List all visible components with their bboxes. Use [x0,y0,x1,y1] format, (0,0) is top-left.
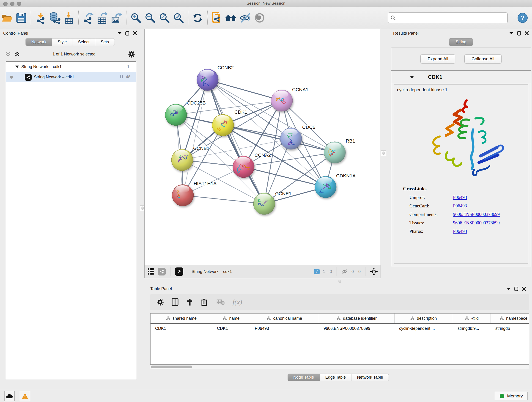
table-cell[interactable]: CDK1 [151,324,212,333]
tab-sets[interactable]: Sets [95,38,115,46]
network-node-CCNB2[interactable] [197,69,218,90]
string-view-icon[interactable] [158,268,166,275]
crosslink-link[interactable]: 9606.ENSP00000378699 [453,220,500,225]
hide-selected-button[interactable] [238,11,253,25]
network-node-CDK1[interactable] [212,114,234,136]
network-node-CCNA2[interactable] [233,156,254,178]
table-options-gear-icon[interactable] [157,298,164,306]
panel-close-icon[interactable] [525,31,529,35]
add-column-icon[interactable] [186,298,193,306]
column-header-name[interactable]: name [212,313,250,323]
birds-eye-view-icon[interactable] [147,268,155,275]
search-input[interactable] [398,15,505,20]
network-node-CDC25B[interactable] [165,104,187,126]
left-splitter[interactable] [140,29,144,390]
network-canvas[interactable]: CCNB2CCNA1CDC25BCDK1CDC6RB1CCNB1CCNA2CDK… [145,29,380,265]
network-collection-row[interactable]: String Network – cdk1 1 [6,62,136,72]
expand-all-button[interactable]: Expand All [420,54,455,64]
column-header-canonical-name[interactable]: canonical name [250,313,319,323]
column-header-shared-name[interactable]: shared name [151,313,212,323]
crosslink-link[interactable]: P06493 [453,195,467,200]
cloud-status-button[interactable] [4,391,15,401]
collapse-all-button[interactable]: Collapse All [464,54,501,64]
open-session-button[interactable] [0,11,14,25]
export-network-button[interactable] [81,11,95,25]
zoom-in-button[interactable] [129,11,143,25]
zoom-fit-button[interactable] [157,11,171,25]
help-button[interactable]: ? [515,11,530,25]
tab-select[interactable]: Select [72,38,95,46]
crosslink-link[interactable]: 9606.ENSP00000378699 [453,212,500,217]
table-horizontal-scrollbar[interactable] [150,365,529,369]
network-row[interactable]: String Network – cdk1 11 48 [6,72,136,82]
detach-view-icon[interactable] [175,268,183,276]
panel-float-icon[interactable] [514,287,518,291]
right-splitter-handle[interactable] [381,150,386,156]
panel-menu-icon[interactable] [509,32,513,35]
tab-string[interactable]: String [449,38,473,46]
panel-float-icon[interactable] [517,31,521,36]
table-cell[interactable]: stringdb [491,324,529,333]
table-row[interactable]: CDK1CDK1P064939606.ENSP00000378699cyclin… [151,324,529,333]
table-scrollbar-thumb[interactable] [151,366,192,368]
tab-style[interactable]: Style [52,38,72,46]
table-cell[interactable]: 9606.ENSP00000378699 [319,324,394,333]
network-node-HIST1H1A[interactable] [172,185,194,206]
panel-menu-icon[interactable] [507,287,511,290]
zoom-selected-button[interactable] [171,11,186,25]
zoom-out-button[interactable] [143,11,157,25]
panel-close-icon[interactable] [133,31,137,35]
network-node-CDC6[interactable] [280,128,302,149]
panel-float-icon[interactable] [125,31,129,36]
network-node-CDKN1A[interactable] [315,176,336,198]
new-network-from-selection-button[interactable] [210,11,224,25]
network-node-CCNE1[interactable] [253,193,275,215]
selected-checkbox-icon[interactable]: ✓ [314,269,320,274]
tab-node-table[interactable]: Node Table [288,374,320,381]
expand-all-networks-icon[interactable] [5,51,11,57]
gene-collapse-caret[interactable] [410,75,414,79]
import-table-button[interactable] [62,11,76,25]
network-node-CCNA1[interactable] [271,90,293,111]
tab-edge-table[interactable]: Edge Table [320,374,352,381]
table-cell[interactable]: cyclin-dependent ... [394,324,453,333]
import-network-file-button[interactable] [33,11,48,25]
network-node-RB1[interactable] [324,142,346,163]
network-edge-CCNB2-HIST1H1A[interactable] [183,80,208,195]
warnings-button[interactable] [20,391,30,401]
column-header-description[interactable]: description [394,313,453,323]
apply-layout-button[interactable] [191,11,205,25]
export-table-button[interactable] [95,11,109,25]
panel-menu-icon[interactable] [118,32,122,35]
save-session-button[interactable] [14,11,28,25]
table-panel-title: Table Panel [150,287,507,291]
gene-section-header[interactable]: CDK1 [391,71,531,83]
pan-crosshair-icon[interactable] [370,268,378,275]
crosslink-link[interactable]: P06493 [453,229,467,234]
show-columns-icon[interactable] [172,298,178,306]
network-options-gear-icon[interactable] [128,51,135,58]
crosslink-link[interactable]: P06493 [453,203,467,209]
tab-network[interactable]: Network [25,38,52,46]
column-header-id[interactable]: @id [453,313,491,323]
first-neighbors-button[interactable] [224,11,238,25]
table-cell[interactable]: P06493 [250,324,319,333]
network-edge-CDK1-RB1[interactable] [223,125,335,153]
table-cell[interactable]: CDK1 [212,324,250,333]
bottom-splitter-handle[interactable] [338,280,341,283]
column-header-database-identifier[interactable]: database identifier [319,313,394,323]
panel-close-icon[interactable] [522,287,526,291]
network-node-CCNB1[interactable] [171,149,193,171]
export-image-button[interactable] [109,11,124,25]
delete-column-icon[interactable] [201,298,207,306]
table-cell[interactable]: stringdb:9... [453,324,491,333]
import-network-database-button[interactable] [48,11,62,25]
network-edge-HIST1H1A-CCNE1[interactable] [183,195,264,204]
gene-description: cyclin-dependent kinase 1 [394,85,528,95]
show-all-button[interactable] [253,11,267,25]
memory-button[interactable]: Memory [495,392,528,400]
collapse-all-networks-icon[interactable] [14,51,20,57]
column-header-namespace[interactable]: namespace [491,313,529,323]
collection-expand-caret[interactable] [15,65,19,68]
tab-network-table[interactable]: Network Table [351,374,389,381]
